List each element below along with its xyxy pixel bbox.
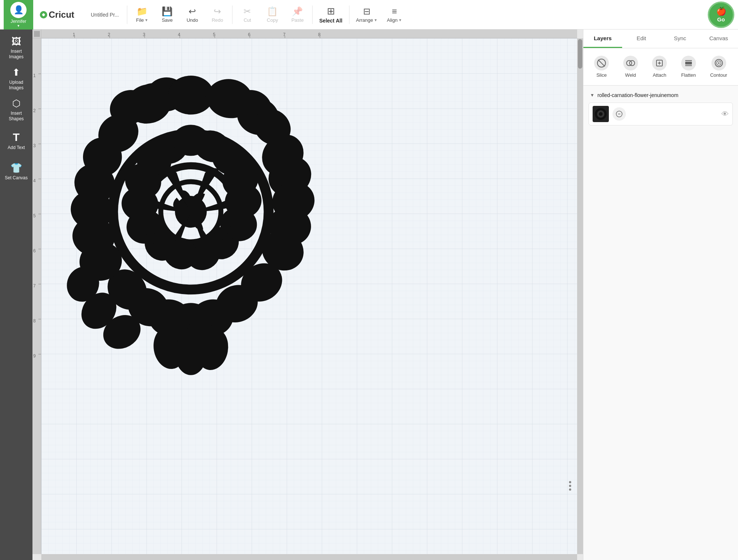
tool-attach[interactable]: Attach: [647, 53, 672, 80]
go-button[interactable]: 🍎 Go: [708, 1, 734, 28]
file-dropdown-arrow: ▼: [145, 18, 148, 22]
tool-weld[interactable]: Weld: [618, 53, 643, 80]
align-button[interactable]: ≡ Align ▼: [383, 2, 406, 28]
sidebar-item-insert-shapes[interactable]: ⬡ InsertShapes: [2, 95, 31, 124]
three-dots-menu[interactable]: [566, 478, 574, 494]
svg-point-45: [169, 77, 206, 112]
attach-icon: [652, 56, 667, 70]
layers-section: ▼ rolled-carnation-flower-jenuinemom: [583, 86, 738, 129]
attach-label: Attach: [653, 72, 666, 78]
tool-flatten[interactable]: Flatten: [676, 53, 701, 80]
canvas-grid[interactable]: [41, 38, 577, 554]
svg-rect-100: [685, 62, 692, 65]
vertical-scrollbar[interactable]: [577, 38, 583, 554]
project-title: Untitled Pr...: [91, 12, 119, 18]
arrange-icon: ⊟: [363, 6, 370, 17]
sidebar-item-insert-images[interactable]: 🖼 InsertImages: [2, 33, 31, 62]
tab-layers-label: Layers: [594, 35, 611, 41]
layer-item[interactable]: 👁: [589, 103, 733, 125]
undo-label: Undo: [187, 17, 198, 23]
save-button[interactable]: 💾 Save: [155, 2, 179, 28]
insert-shapes-icon: ⬡: [12, 98, 21, 109]
panel-tools: Slice Weld: [583, 48, 738, 86]
slice-icon: [594, 56, 609, 70]
sidebar-item-upload-images[interactable]: ⬆ UploadImages: [2, 64, 31, 93]
align-label: Align: [387, 17, 398, 23]
canvas-area: 1 2 3 4 5 6 7 8: [32, 30, 583, 560]
insert-images-icon: 🖼: [11, 36, 21, 47]
cut-label: Cut: [244, 17, 251, 23]
sidebar-item-set-canvas-label: Set Canvas: [5, 175, 28, 180]
cricut-logo: Cricut: [40, 8, 84, 21]
svg-text:7: 7: [33, 283, 36, 288]
separator-4: [349, 6, 349, 24]
paste-button[interactable]: 📌 Paste: [286, 2, 309, 28]
sidebar-item-insert-images-label: InsertImages: [9, 49, 23, 59]
file-label: File: [136, 17, 144, 23]
svg-rect-19: [32, 38, 41, 554]
svg-text:5: 5: [213, 32, 215, 37]
tab-canvas-label: Canvas: [709, 35, 728, 41]
layer-visibility-toggle[interactable]: 👁: [721, 110, 729, 118]
arrange-dropdown-arrow: ▼: [374, 18, 377, 22]
cut-button[interactable]: ✂ Cut: [235, 2, 259, 28]
horizontal-scrollbar[interactable]: [41, 554, 577, 560]
separator-1: [127, 6, 127, 24]
add-text-icon: T: [13, 131, 20, 144]
svg-text:Cricut: Cricut: [49, 10, 74, 20]
svg-text:3: 3: [33, 143, 36, 148]
arrange-label: Arrange: [356, 17, 373, 23]
tab-edit[interactable]: Edit: [622, 30, 661, 48]
layer-group-name: rolled-carnation-flower-jenuinemom: [597, 92, 678, 98]
tool-slice[interactable]: Slice: [589, 53, 614, 80]
align-dropdown-arrow: ▼: [398, 18, 402, 22]
dot-3: [569, 488, 571, 491]
layer-thumbnail: [593, 106, 609, 122]
upload-images-icon: ⬆: [12, 67, 20, 78]
sidebar: 🖼 InsertImages ⬆ UploadImages ⬡ InsertSh…: [0, 30, 32, 560]
flower-design[interactable]: [41, 42, 344, 381]
copy-button[interactable]: 📋 Copy: [261, 2, 284, 28]
svg-text:2: 2: [108, 32, 110, 37]
redo-button[interactable]: ↪ Redo: [206, 2, 229, 28]
user-button[interactable]: 👤 Jennifer ▼: [4, 0, 33, 30]
sidebar-item-set-canvas[interactable]: 👕 Set Canvas: [2, 157, 31, 186]
redo-label: Redo: [212, 17, 223, 23]
flatten-label: Flatten: [681, 72, 696, 78]
contour-icon: [711, 56, 726, 70]
undo-button[interactable]: ↩ Undo: [180, 2, 204, 28]
select-all-button[interactable]: ⊞ Select All: [315, 2, 346, 28]
sidebar-item-add-text[interactable]: T Add Text: [2, 126, 31, 155]
tab-layers[interactable]: Layers: [583, 30, 622, 48]
cut-icon: ✂: [244, 6, 251, 17]
dot-1: [569, 481, 571, 483]
ruler-top: 1 2 3 4 5 6 7 8: [41, 30, 577, 38]
vertical-scrollbar-thumb[interactable]: [578, 39, 582, 69]
svg-text:1: 1: [33, 73, 36, 78]
select-all-icon: ⊞: [327, 6, 335, 17]
dot-2: [569, 485, 571, 487]
copy-icon: 📋: [267, 6, 278, 17]
panel-tabs: Layers Edit Sync Canvas: [583, 30, 738, 48]
tool-contour[interactable]: Contour: [705, 53, 732, 80]
svg-text:9: 9: [33, 353, 36, 359]
go-icon: 🍎: [716, 7, 726, 16]
layer-options-btn[interactable]: [613, 107, 626, 121]
svg-text:8: 8: [33, 318, 36, 324]
file-icon: 📁: [137, 6, 148, 17]
tab-canvas[interactable]: Canvas: [699, 30, 738, 48]
user-name: Jennifer: [11, 19, 27, 24]
tab-sync[interactable]: Sync: [661, 30, 700, 48]
user-avatar: 👤: [10, 2, 27, 18]
flatten-icon: [681, 56, 696, 70]
svg-rect-2: [41, 30, 577, 38]
file-button[interactable]: 📁 File ▼: [130, 2, 154, 28]
ruler-left: 1 2 3 4 5 6 7 8 9: [32, 38, 41, 554]
svg-text:7: 7: [283, 32, 286, 37]
align-icon: ≡: [392, 6, 397, 17]
svg-text:5: 5: [33, 213, 36, 218]
layer-group-header[interactable]: ▼ rolled-carnation-flower-jenuinemom: [589, 89, 733, 101]
svg-text:3: 3: [143, 32, 145, 37]
paste-label: Paste: [292, 17, 304, 23]
arrange-button[interactable]: ⊟ Arrange ▼: [352, 2, 381, 28]
